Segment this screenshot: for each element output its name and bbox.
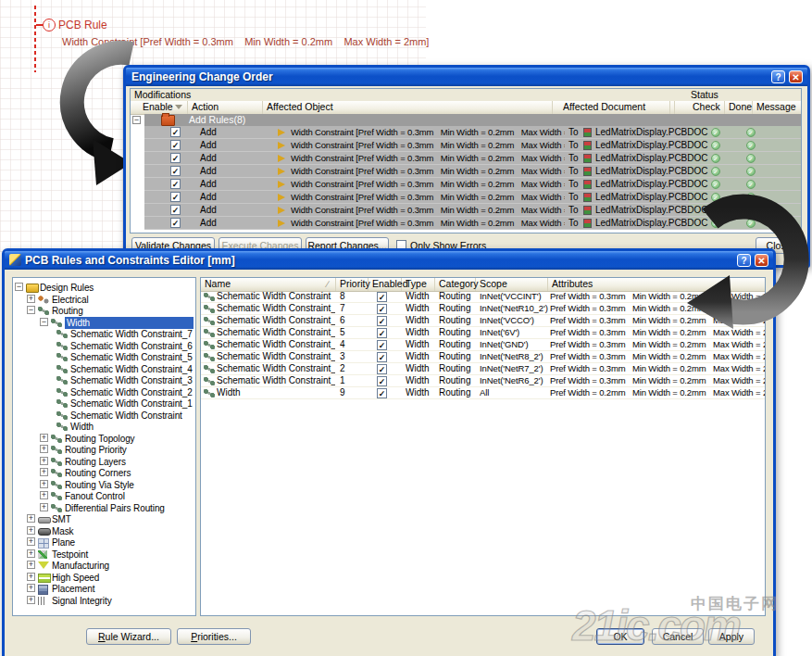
expand-icon[interactable]: + — [40, 457, 48, 465]
enabled-checkbox[interactable]: ✓ — [377, 340, 387, 350]
expand-icon[interactable]: + — [27, 537, 35, 546]
tree-item-mask[interactable]: +Mask — [13, 525, 195, 537]
enabled-checkbox[interactable]: ✓ — [377, 376, 387, 386]
cancel-button[interactable]: Cancel — [652, 628, 704, 645]
eco-titlebar[interactable]: Engineering Change Order ? ✕ — [126, 68, 807, 86]
enable-checkbox[interactable]: ✓ — [170, 166, 181, 176]
enable-checkbox[interactable]: ✓ — [170, 179, 181, 189]
expand-icon[interactable]: + — [27, 561, 35, 569]
expand-icon[interactable]: + — [27, 584, 35, 592]
tree-item-schematic-width-constraint-1[interactable]: Schematic Width Constraint_1 — [13, 397, 195, 410]
eco-row[interactable]: ✓ Add Width Constraint [Pref Width = 0.3… — [144, 126, 801, 139]
enable-checkbox[interactable]: ✓ — [170, 192, 181, 202]
tree-item-manufacturing[interactable]: +Manufacturing — [13, 560, 195, 572]
rule-directive-icon[interactable]: i — [43, 19, 56, 32]
tree-item-fanout-control[interactable]: +Fanout Control — [13, 490, 195, 502]
close-icon[interactable]: ✕ — [789, 70, 803, 83]
expand-icon[interactable]: + — [27, 514, 35, 523]
expand-icon[interactable]: + — [40, 480, 48, 488]
tree-item-design-rules[interactable]: −Design Rules — [13, 282, 195, 294]
column-affected-document[interactable]: Affected Document — [560, 101, 671, 114]
help-icon[interactable]: ? — [771, 70, 785, 83]
enable-checkbox[interactable]: ✓ — [170, 218, 181, 228]
column-done[interactable]: Done — [726, 101, 753, 114]
expand-icon[interactable]: + — [40, 434, 48, 442]
tree-item-electrical[interactable]: +Electrical — [13, 294, 195, 306]
enable-checkbox[interactable]: ✓ — [170, 153, 181, 163]
collapse-icon[interactable]: − — [15, 283, 23, 291]
rule-wizard-button[interactable]: Rule Wizard... — [86, 628, 171, 645]
collapse-icon[interactable]: − — [27, 306, 35, 314]
tree-item-routing-layers[interactable]: +Routing Layers — [13, 456, 195, 468]
expand-icon[interactable]: + — [27, 573, 35, 581]
expand-icon[interactable]: + — [27, 295, 35, 303]
rule-row[interactable]: Width 9 ✓ Width Routing All Pref Width =… — [201, 387, 765, 399]
tree-item-schematic-width-constraint-2[interactable]: Schematic Width Constraint_2 — [13, 386, 195, 398]
tree-item-schematic-width-constraint-6[interactable]: Schematic Width Constraint_6 — [13, 340, 195, 352]
rule-row[interactable]: Schematic Width Constraint 8 ✓ Width Rou… — [201, 291, 765, 303]
tree-item-placement[interactable]: +Placement — [13, 583, 195, 595]
tree-item-differential-pairs-routing[interactable]: +Differential Pairs Routing — [13, 502, 195, 514]
enabled-checkbox[interactable]: ✓ — [377, 316, 387, 326]
eco-row[interactable]: ✓ Add Width Constraint [Pref Width = 0.3… — [144, 139, 801, 152]
rule-row[interactable]: Schematic Width Constraint_2 6 ✓ Width R… — [201, 315, 765, 327]
rule-row[interactable]: Schematic Width Constraint_5 3 ✓ Width R… — [201, 351, 765, 363]
priorities-button[interactable]: Priorities... — [177, 628, 251, 645]
tree-item-schematic-width-constraint-7[interactable]: Schematic Width Constraint_7 — [13, 328, 195, 340]
tree-item-testpoint[interactable]: +Testpoint — [13, 549, 195, 561]
enabled-checkbox[interactable]: ✓ — [377, 388, 387, 398]
column-priority[interactable]: Priority — [337, 278, 369, 291]
tree-item-schematic-width-constraint-4[interactable]: Schematic Width Constraint_4 — [13, 363, 195, 375]
enabled-checkbox[interactable]: ✓ — [377, 304, 387, 314]
tree-item-schematic-width-constraint-3[interactable]: Schematic Width Constraint_3 — [13, 374, 195, 386]
column-type[interactable]: Type — [403, 278, 435, 291]
tree-item-plane[interactable]: +Plane — [13, 536, 195, 549]
rules-titlebar[interactable]: PCB Rules and Constraints Editor [mm] ? … — [5, 251, 773, 270]
tree-item-high-speed[interactable]: +High Speed — [13, 572, 195, 584]
apply-button[interactable]: Apply — [708, 628, 755, 645]
sort-ascending-icon[interactable]: ∕ — [327, 279, 329, 289]
expand-icon[interactable]: + — [27, 596, 35, 604]
expand-icon[interactable]: + — [27, 526, 35, 535]
column-enabled[interactable]: Enabled — [369, 278, 402, 291]
column-category[interactable]: Category — [436, 278, 476, 291]
eco-group-row[interactable]: Add Rules(8) — [144, 114, 801, 126]
expand-icon[interactable]: + — [40, 503, 48, 511]
column-action[interactable]: Action — [189, 101, 263, 114]
eco-row[interactable]: ✓ Add Width Constraint [Pref Width = 0.3… — [144, 178, 801, 191]
tree-item-routing-corners[interactable]: +Routing Corners — [13, 467, 195, 479]
tree-item-routing-priority[interactable]: +Routing Priority — [13, 444, 195, 456]
enabled-checkbox[interactable]: ✓ — [377, 328, 387, 338]
ok-button[interactable]: OK — [596, 628, 644, 645]
expand-icon[interactable]: + — [40, 491, 48, 499]
collapse-icon[interactable]: − — [40, 318, 48, 326]
column-message[interactable]: Message — [754, 101, 802, 114]
collapse-icon[interactable]: − — [132, 116, 141, 124]
tree-item-schematic-width-constraint[interactable]: Schematic Width Constraint — [13, 410, 195, 422]
column-name[interactable]: Name — [201, 278, 336, 291]
tree-item-width[interactable]: −Width — [13, 317, 195, 329]
enable-checkbox[interactable]: ✓ — [170, 205, 181, 215]
tree-item-smt[interactable]: +SMT — [13, 513, 195, 525]
tree-item-width[interactable]: Width — [13, 421, 195, 433]
tree-item-routing-topology[interactable]: +Routing Topology — [13, 433, 195, 445]
expand-icon[interactable]: + — [27, 549, 35, 558]
eco-row[interactable]: ✓ Add Width Constraint [Pref Width = 0.3… — [144, 152, 801, 165]
rule-row[interactable]: Schematic Width Constraint_3 5 ✓ Width R… — [201, 327, 765, 339]
tree-item-schematic-width-constraint-5[interactable]: Schematic Width Constraint_5 — [13, 351, 195, 363]
column-check[interactable]: Check — [690, 101, 725, 114]
expand-icon[interactable]: + — [40, 468, 48, 476]
column-scope[interactable]: Scope — [477, 278, 548, 291]
rule-row[interactable]: Schematic Width Constraint_7 1 ✓ Width R… — [201, 375, 765, 387]
eco-row[interactable]: ✓ Add Width Constraint [Pref Width = 0.3… — [144, 165, 801, 178]
expand-icon[interactable]: + — [40, 445, 48, 453]
tree-item-signal-integrity[interactable]: +Signal Integrity — [13, 595, 195, 607]
enable-checkbox[interactable]: ✓ — [170, 140, 181, 150]
enable-checkbox[interactable]: ✓ — [170, 127, 181, 137]
enabled-checkbox[interactable]: ✓ — [377, 352, 387, 362]
tree-item-routing[interactable]: −Routing — [13, 305, 195, 317]
sort-descending-icon[interactable] — [175, 105, 182, 109]
rule-row[interactable]: Schematic Width Constraint_6 2 ✓ Width R… — [201, 363, 765, 375]
enabled-checkbox[interactable]: ✓ — [377, 364, 387, 374]
enabled-checkbox[interactable]: ✓ — [377, 292, 387, 302]
